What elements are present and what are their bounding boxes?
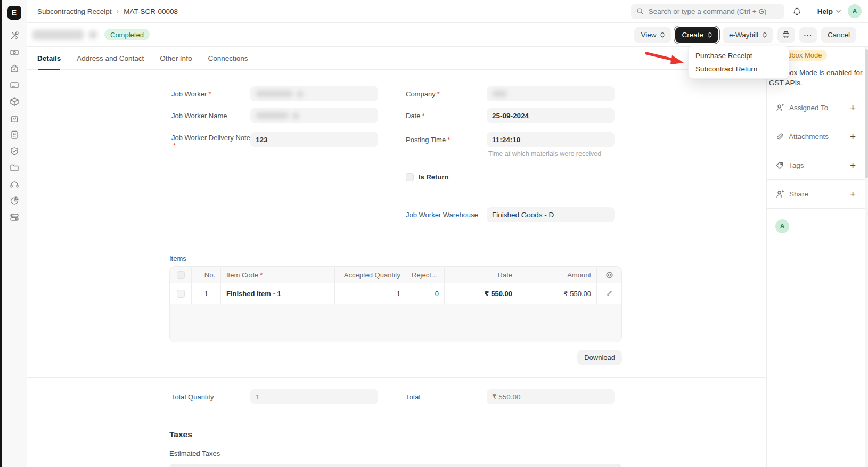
analytics-icon[interactable] <box>9 195 20 206</box>
breadcrumb-parent[interactable]: Subcontracting Receipt <box>37 7 112 15</box>
sort-chevrons-icon <box>763 32 767 38</box>
settings-icon[interactable] <box>9 212 20 223</box>
global-search[interactable] <box>631 4 784 19</box>
search-icon <box>636 7 644 15</box>
job-worker-name-field[interactable] <box>250 108 378 123</box>
tab-details[interactable]: Details <box>37 47 61 69</box>
buying-icon[interactable] <box>9 113 20 124</box>
company-field[interactable] <box>487 86 615 101</box>
job-worker-label: Job Worker* <box>171 86 211 101</box>
tools-icon[interactable] <box>9 30 20 41</box>
annotation-arrow-icon <box>641 49 690 69</box>
cards-icon[interactable] <box>9 80 20 91</box>
job-worker-name-label: Job Worker Name <box>171 108 227 123</box>
quality-icon[interactable] <box>9 146 20 157</box>
row-rate[interactable]: ₹ 550.00 <box>444 283 518 304</box>
stock-icon[interactable] <box>9 96 20 107</box>
col-rate: Rate <box>444 267 518 283</box>
is-return-checkbox[interactable] <box>406 173 414 181</box>
shared-user-avatar[interactable]: A <box>775 219 789 233</box>
items-grid-row[interactable]: 1 Finished Item - 1 1 0 ₹ 550.00 ₹ 550.0… <box>170 283 621 304</box>
row-no: 1 <box>191 283 220 304</box>
col-accepted-quantity: Accepted Quantity <box>334 267 406 283</box>
col-rejected-quantity: Reject... <box>406 267 444 283</box>
job-worker-field[interactable] <box>250 86 378 101</box>
view-button[interactable]: View <box>634 27 671 43</box>
app-window: E Subcontracting Receipt › MAT-SCR-00008 <box>0 0 868 467</box>
expenses-icon[interactable] <box>9 63 20 74</box>
sort-chevrons-icon <box>708 32 712 38</box>
add-assignment-button[interactable]: + <box>850 103 856 113</box>
row-rejected-quantity[interactable]: 0 <box>406 283 444 304</box>
download-button[interactable]: Download <box>577 350 622 365</box>
row-amount[interactable]: ₹ 550.00 <box>518 283 596 304</box>
tab-address-and-contact[interactable]: Address and Contact <box>77 47 144 69</box>
date-label: Date* <box>406 108 425 123</box>
printer-icon <box>782 30 790 39</box>
tab-other-info[interactable]: Other Info <box>160 47 192 69</box>
tab-connections[interactable]: Connections <box>208 47 248 69</box>
job-worker-delivery-note-label: Job Worker Delivery Note* <box>171 134 251 150</box>
estimated-taxes-grid-edge <box>169 464 622 467</box>
row-checkbox[interactable] <box>177 290 185 298</box>
sidebar-assigned-to[interactable]: Assigned To + <box>767 94 868 122</box>
support-icon[interactable] <box>9 179 20 190</box>
col-item-code: Item Code* <box>220 267 334 283</box>
more-menu-button[interactable]: ··· <box>799 27 817 43</box>
create-button[interactable]: Create <box>675 27 718 43</box>
projects-icon[interactable] <box>9 162 20 173</box>
row-accepted-quantity[interactable]: 1 <box>334 283 406 304</box>
is-return-checkbox-group: Is Return <box>406 173 448 181</box>
menu-item-purchase-receipt[interactable]: Purchase Receipt <box>689 49 789 62</box>
print-button[interactable] <box>777 27 795 43</box>
gear-icon[interactable] <box>605 271 613 279</box>
menu-item-subcontract-return[interactable]: Subcontract Return <box>689 62 789 76</box>
action-buttons: View Create e-Waybill ··· Cancel <box>634 27 856 43</box>
redacted-link-icon <box>297 91 304 97</box>
paperclip-icon <box>775 133 784 141</box>
redacted-value <box>256 112 289 119</box>
hr-icon[interactable] <box>9 129 20 140</box>
total-field: ₹ 550.00 <box>487 389 615 404</box>
help-menu[interactable]: Help <box>817 7 841 15</box>
chevron-down-icon <box>836 10 841 13</box>
redacted-link-icon <box>292 112 299 119</box>
user-avatar[interactable]: A <box>848 4 862 18</box>
breadcrumb: Subcontracting Receipt › MAT-SCR-00008 <box>37 7 178 15</box>
payments-icon[interactable] <box>9 47 20 58</box>
posting-time-label: Posting Time* <box>406 132 450 147</box>
items-grid: No. Item Code* Accepted Quantity Reject.… <box>169 266 622 342</box>
job-worker-warehouse-field[interactable]: Finished Goods - D <box>487 207 615 222</box>
add-tag-button[interactable]: + <box>850 160 856 170</box>
row-select-cell <box>170 283 191 304</box>
cancel-button[interactable]: Cancel <box>821 27 856 43</box>
tag-icon <box>775 161 784 170</box>
col-amount: Amount <box>518 267 596 283</box>
search-input[interactable] <box>648 7 779 16</box>
row-item-code[interactable]: Finished Item - 1 <box>220 283 334 304</box>
pencil-icon[interactable] <box>605 290 613 297</box>
add-share-button[interactable]: + <box>850 189 856 199</box>
posting-time-help: Time at which materials were received <box>488 150 601 158</box>
sidebar-attachments[interactable]: Attachments + <box>767 122 868 151</box>
ellipsis-icon: ··· <box>804 31 812 39</box>
redacted-value <box>492 91 507 97</box>
add-attachment-button[interactable]: + <box>850 132 856 142</box>
document-title-redacted <box>32 30 84 40</box>
job-worker-delivery-note-field[interactable]: 123 <box>250 132 378 147</box>
grid-settings-cell <box>596 267 621 283</box>
total-label: Total <box>406 389 420 404</box>
notifications-bell-icon[interactable] <box>791 5 803 17</box>
ewaybill-button[interactable]: e-Waybill <box>723 27 773 43</box>
scrollbar-track <box>865 47 868 467</box>
share-user-icon <box>775 190 784 199</box>
posting-time-field[interactable]: 11:24:10 <box>487 132 615 147</box>
section-divider <box>27 377 766 378</box>
select-all-checkbox[interactable] <box>177 271 185 279</box>
date-field[interactable]: 25-09-2024 <box>487 108 615 123</box>
erpnext-logo[interactable]: E <box>7 6 21 20</box>
total-quantity-field: 1 <box>250 389 378 404</box>
sidebar-share[interactable]: Share + <box>767 180 868 209</box>
sidebar-tags[interactable]: Tags + <box>767 151 868 180</box>
col-no: No. <box>191 267 220 283</box>
